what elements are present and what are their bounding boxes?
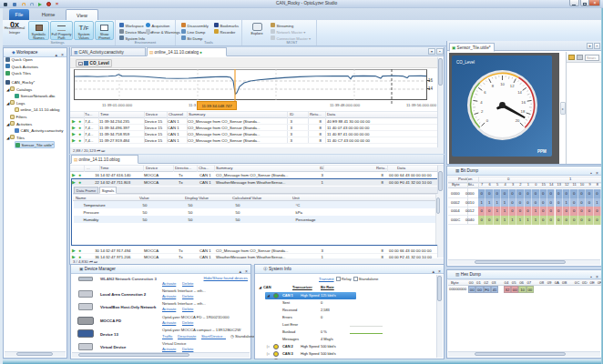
svg-text:10: 10 — [500, 82, 505, 86]
svg-text:16: 16 — [521, 100, 526, 105]
svg-text:12: 12 — [510, 84, 515, 88]
svg-text:20: 20 — [516, 118, 520, 123]
svg-text:14: 14 — [517, 90, 522, 95]
svg-text:18: 18 — [521, 109, 526, 114]
